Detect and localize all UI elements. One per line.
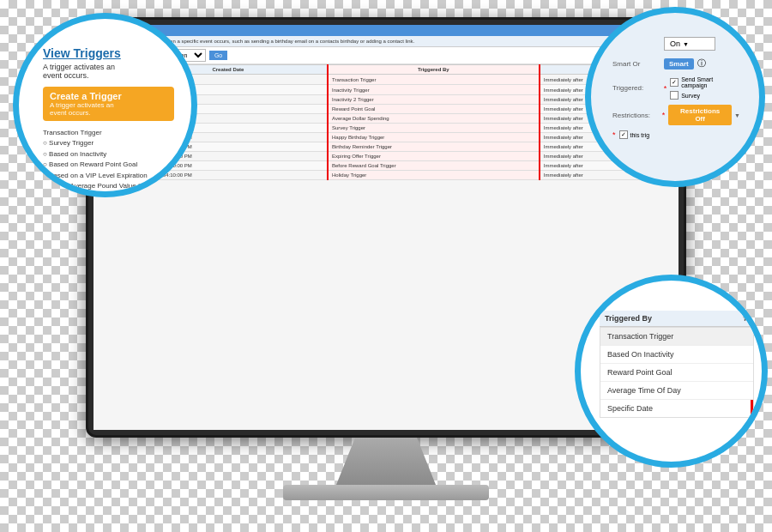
dropdown-arrow-icon: ▼: [683, 41, 689, 47]
smart-or-label: Smart Or: [612, 60, 664, 68]
row-triggered: Survey Trigger: [328, 124, 540, 133]
survey-checkbox[interactable]: [670, 91, 679, 100]
required-star: *: [664, 84, 667, 93]
row-triggered: Birthday Reminder Trigger: [328, 142, 540, 152]
row-triggered: Expiring Offer Trigger: [328, 152, 540, 161]
dropdown-item[interactable]: Specific Date: [600, 400, 753, 417]
row-triggered: Happy Birthday Trigger: [328, 133, 540, 142]
screen-header: TRIGGERS: [93, 25, 679, 36]
this-trig-checkbox[interactable]: ✓: [619, 130, 628, 139]
row-triggered: Transaction Trigger: [328, 75, 540, 85]
list-item: ○ Survey Trigger: [43, 138, 174, 148]
monitor-base: [283, 485, 489, 500]
go-button[interactable]: Go: [209, 51, 227, 60]
on-value: On: [670, 39, 680, 48]
row-triggered: Average Dollar Spending: [328, 114, 540, 124]
on-row: On ▼: [612, 37, 740, 51]
triggered-by-dropdown: Transaction Trigger Based On Inactivity …: [600, 327, 754, 418]
send-campaign-label: Send Smart campaign: [681, 76, 740, 88]
required-star-3: *: [612, 130, 616, 139]
list-item: Transaction Trigger: [43, 128, 174, 138]
send-campaign-row: ✓ Send Smart campaign: [670, 76, 740, 88]
restrictions-dropdown-arrow: ▼: [734, 112, 740, 118]
dropdown-item[interactable]: Transaction Trigger: [600, 328, 753, 346]
restrictions-off-button[interactable]: Restrictions Off: [668, 105, 732, 125]
smart-button[interactable]: Smart: [664, 58, 694, 70]
callout-right-top: On ▼ Smart Or Smart ⓘ Triggered: * ✓ Sen…: [585, 7, 765, 187]
row-triggered: Inactivity Trigger: [328, 85, 540, 95]
this-trig-row: * ✓ this trig: [612, 130, 740, 139]
triggered-label: Triggered:: [612, 84, 664, 92]
survey-label: Survey: [681, 93, 700, 99]
col-header-triggered: Triggered By: [328, 65, 540, 75]
create-trigger-box: Create a Trigger A trigger activates ane…: [43, 87, 174, 121]
callout-right-bottom: Triggered By ⇅ Transaction Trigger Based…: [575, 275, 768, 468]
restrictions-row: Restrictions: * Restrictions Off ▼: [612, 105, 740, 125]
dropdown-item[interactable]: Reward Point Goal: [600, 364, 753, 382]
list-item: ○ Based on a VIP Level Expiration: [43, 171, 174, 181]
list-item: ○ Based on Inactivity: [43, 149, 174, 160]
callout-left: View Triggers A trigger activates aneven…: [13, 13, 197, 197]
list-item: ○ Based on Reward Point Goal: [43, 160, 174, 170]
triggered-by-header: Triggered By ⇅: [600, 311, 754, 327]
on-dropdown[interactable]: On ▼: [664, 37, 715, 51]
restrictions-label: Restrictions:: [612, 112, 662, 119]
row-triggered: Reward Point Goal: [328, 105, 540, 114]
create-trigger-subtitle: A trigger activates anevent occurs.: [50, 101, 167, 117]
table-row: 12-Oct-2014 04:10:00 PM Before Reward Go…: [94, 161, 679, 171]
row-triggered: Holiday Trigger: [328, 171, 540, 180]
sort-icon: ⇅: [743, 315, 749, 323]
table-row: 12-Oct-2014 04:10:00 PM Holiday Trigger …: [94, 171, 679, 180]
create-trigger-title: Create a Trigger: [50, 91, 167, 101]
triggered-row: Triggered: * ✓ Send Smart campaign Surve…: [612, 76, 740, 100]
required-star-2: *: [662, 111, 666, 119]
dropdown-item[interactable]: Average Time Of Day: [600, 382, 753, 400]
screen-subheader: A trigger activates an action when a spe…: [93, 36, 679, 47]
smart-row: Smart Or Smart ⓘ: [612, 57, 740, 70]
this-trig-label: this trig: [630, 132, 650, 138]
view-triggers-subtitle: A trigger activates anevent occurs.: [43, 63, 174, 80]
info-icon: ⓘ: [697, 57, 706, 70]
send-campaign-checkbox[interactable]: ✓: [670, 78, 679, 87]
survey-row: Survey: [670, 91, 740, 100]
dropdown-item[interactable]: Based On Inactivity: [600, 346, 753, 364]
row-triggered: Inactivity 2 Trigger: [328, 95, 540, 105]
view-triggers-title: View Triggers: [43, 46, 174, 60]
row-triggered: Before Reward Goal Trigger: [328, 161, 540, 171]
